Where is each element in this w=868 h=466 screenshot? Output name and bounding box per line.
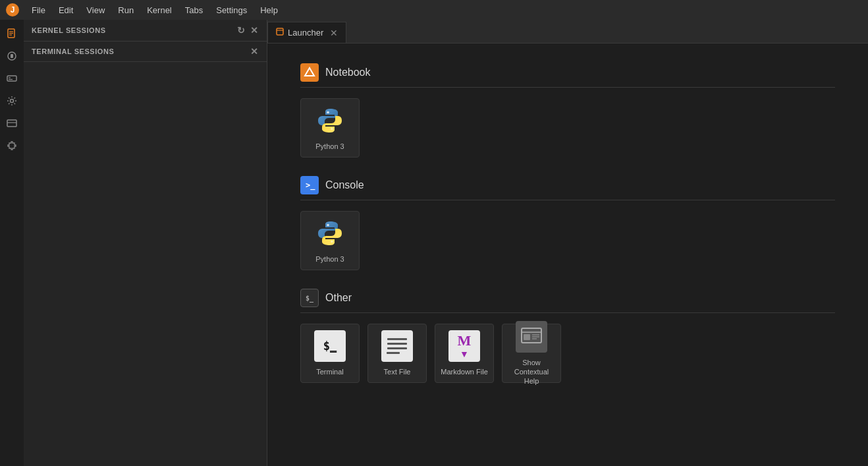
console-section-title: Console [325, 179, 364, 191]
other-section: $_ Other $_ Terminal [300, 289, 835, 383]
other-section-icon: $_ [300, 289, 319, 307]
kernel-sessions-label: KERNEL SESSIONS [32, 26, 106, 34]
content-area: Launcher ✕ Notebook [267, 20, 868, 466]
svg-rect-24 [524, 334, 530, 340]
launcher-content: Notebook [267, 44, 868, 466]
console-python3-card[interactable]: Python 3 [300, 211, 360, 270]
svg-rect-12 [7, 120, 16, 127]
launcher-tab[interactable]: Launcher ✕ [267, 22, 346, 43]
other-section-header: $_ Other [300, 289, 835, 313]
menubar: J File Edit View Run Kernel Tabs Setting… [0, 0, 868, 20]
notebook-section-icon [300, 63, 319, 82]
markdown-icon: M ▼ [448, 330, 480, 362]
textfile-card-label: Text File [384, 367, 411, 376]
sidebar: KERNEL SESSIONS ↻ ✕ TERMINAL SESSIONS ✕ [24, 20, 267, 466]
svg-text:J: J [11, 5, 15, 15]
menu-kernel[interactable]: Kernel [142, 3, 177, 18]
contextual-help-card-label: Show Contextual Help [508, 358, 555, 386]
icon-bar [0, 20, 24, 466]
close-kernel-sessions[interactable]: ✕ [250, 26, 259, 35]
icon-bar-property[interactable] [2, 91, 22, 111]
contextual-help-icon [516, 321, 547, 353]
terminal-sessions-label: TERMINAL SESSIONS [32, 47, 114, 55]
icon-bar-extensions[interactable] [2, 136, 22, 156]
icon-bar-commands[interactable] [2, 69, 22, 88]
app-logo: J [5, 3, 20, 17]
icon-bar-files[interactable] [2, 24, 22, 44]
terminal-sessions-section: TERMINAL SESSIONS ✕ [24, 42, 267, 62]
launcher-tab-title: Launcher [288, 28, 323, 38]
python3-console-icon [314, 218, 346, 249]
menu-settings[interactable]: Settings [211, 3, 252, 18]
terminal-card[interactable]: $_ Terminal [300, 324, 360, 383]
svg-point-18 [331, 128, 333, 131]
svg-text:>_: >_ [306, 181, 315, 190]
notebook-python3-label: Python 3 [315, 142, 344, 151]
menu-help[interactable]: Help [255, 3, 283, 18]
main-layout: KERNEL SESSIONS ↻ ✕ TERMINAL SESSIONS ✕ [0, 20, 868, 466]
python3-notebook-icon [314, 105, 346, 136]
markdown-card-label: Markdown File [441, 367, 488, 376]
launcher-tab-close[interactable]: ✕ [330, 28, 338, 38]
svg-marker-16 [305, 68, 314, 76]
notebook-section-title: Notebook [325, 67, 371, 78]
terminal-card-label: Terminal [316, 367, 344, 376]
notebook-section-header: Notebook [300, 63, 835, 88]
console-python3-label: Python 3 [315, 254, 344, 264]
icon-bar-running[interactable] [2, 46, 22, 66]
kernel-sessions-section: KERNEL SESSIONS ↻ ✕ [24, 20, 267, 42]
terminal-icon: $_ [314, 330, 346, 362]
textfile-card[interactable]: Text File [367, 324, 427, 383]
svg-rect-14 [277, 28, 283, 35]
notebook-cards: Python 3 [300, 98, 835, 158]
svg-point-20 [327, 224, 329, 227]
kernel-sessions-header: KERNEL SESSIONS ↻ ✕ [24, 20, 267, 41]
console-section-header: >_ Console [300, 176, 835, 200]
icon-bar-filebrowser[interactable] [2, 113, 22, 133]
svg-point-21 [331, 241, 333, 243]
menu-view[interactable]: View [81, 3, 110, 18]
svg-rect-7 [11, 54, 13, 58]
console-section-icon: >_ [300, 176, 319, 194]
console-cards: Python 3 [300, 211, 835, 270]
notebook-section: Notebook [300, 63, 835, 158]
notebook-python3-card[interactable]: Python 3 [300, 98, 360, 158]
refresh-kernel-sessions[interactable]: ↻ [237, 25, 246, 36]
svg-rect-8 [7, 76, 16, 81]
console-section: >_ Console [300, 176, 835, 270]
markdown-card[interactable]: M ▼ Markdown File [435, 324, 494, 383]
svg-point-17 [327, 111, 329, 114]
menu-file[interactable]: File [26, 3, 51, 18]
other-section-title: Other [325, 292, 352, 304]
contextual-help-card[interactable]: Show Contextual Help [502, 324, 561, 383]
menu-run[interactable]: Run [113, 3, 139, 18]
textfile-icon [381, 330, 413, 362]
close-terminal-sessions[interactable]: ✕ [250, 47, 259, 56]
svg-point-11 [11, 100, 14, 103]
menu-tabs[interactable]: Tabs [180, 3, 208, 18]
tab-bar: Launcher ✕ [267, 20, 868, 44]
menu-edit[interactable]: Edit [53, 3, 78, 18]
other-cards: $_ Terminal [300, 324, 835, 383]
terminal-sessions-header: TERMINAL SESSIONS ✕ [24, 42, 267, 61]
launcher-tab-icon [276, 28, 284, 38]
